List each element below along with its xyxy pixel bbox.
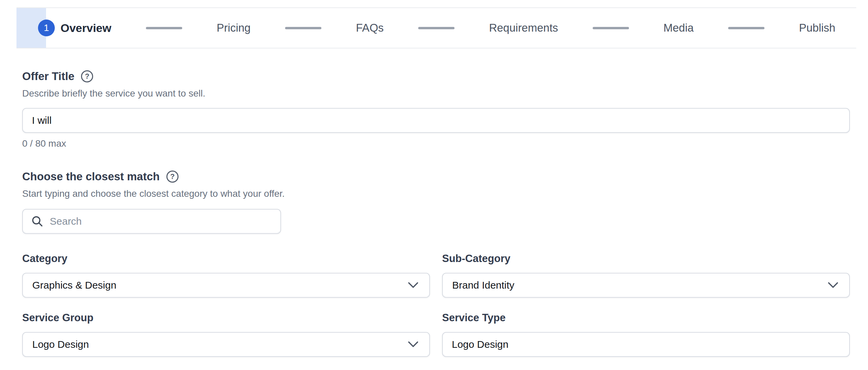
closest-match-heading: Choose the closest match bbox=[22, 170, 160, 183]
category-value: Graphics & Design bbox=[32, 280, 116, 291]
sub-category-label: Sub-Category bbox=[442, 253, 850, 265]
category-search-box[interactable] bbox=[22, 209, 281, 234]
step-label-overview[interactable]: Overview bbox=[61, 22, 111, 35]
step-label-publish[interactable]: Publish bbox=[799, 22, 835, 34]
step-divider bbox=[418, 27, 455, 29]
sub-category-select[interactable]: Brand Identity bbox=[442, 273, 850, 298]
wizard-stepper: 1 Overview Pricing FAQs Requirements Med… bbox=[17, 7, 856, 49]
offer-title-heading: Offer Title bbox=[22, 69, 74, 83]
service-group-field: Service Group Logo Design bbox=[22, 312, 430, 357]
offer-title-section: Offer Title ? Describe briefly the servi… bbox=[22, 69, 850, 149]
step-divider bbox=[146, 27, 182, 29]
step-number-badge: 1 bbox=[38, 20, 55, 36]
service-type-field: Service Type bbox=[442, 312, 850, 357]
category-select[interactable]: Graphics & Design bbox=[22, 273, 430, 298]
closest-match-section: Choose the closest match ? Start typing … bbox=[22, 170, 850, 234]
question-circle-icon[interactable]: ? bbox=[166, 171, 179, 183]
service-group-select[interactable]: Logo Design bbox=[22, 332, 430, 357]
sub-category-field: Sub-Category Brand Identity bbox=[442, 253, 850, 298]
step-label-pricing[interactable]: Pricing bbox=[217, 22, 251, 34]
service-type-label: Service Type bbox=[442, 312, 850, 324]
magnifier-icon bbox=[31, 215, 44, 228]
step-label-faqs[interactable]: FAQs bbox=[356, 22, 384, 34]
category-field: Category Graphics & Design bbox=[22, 253, 430, 298]
offer-title-subtitle: Describe briefly the service you want to… bbox=[22, 88, 850, 99]
question-circle-icon[interactable]: ? bbox=[81, 70, 93, 82]
step-divider bbox=[593, 27, 629, 29]
category-label: Category bbox=[22, 253, 430, 265]
offer-title-input[interactable] bbox=[22, 108, 850, 133]
chevron-down-icon bbox=[828, 282, 838, 289]
step-label-media[interactable]: Media bbox=[663, 22, 693, 34]
closest-match-subtitle: Start typing and choose the closest cate… bbox=[22, 188, 850, 199]
service-group-value: Logo Design bbox=[32, 339, 89, 350]
category-search-input[interactable] bbox=[50, 216, 272, 227]
step-label-requirements[interactable]: Requirements bbox=[489, 22, 558, 34]
sub-category-value: Brand Identity bbox=[452, 280, 514, 291]
service-type-input[interactable] bbox=[442, 332, 850, 357]
step-divider bbox=[728, 27, 765, 29]
service-group-label: Service Group bbox=[22, 312, 430, 324]
chevron-down-icon bbox=[408, 282, 418, 289]
step-divider bbox=[285, 27, 321, 29]
chevron-down-icon bbox=[408, 341, 418, 348]
step-overview[interactable]: 1 Overview bbox=[17, 8, 111, 48]
character-counter: 0 / 80 max bbox=[22, 138, 850, 149]
